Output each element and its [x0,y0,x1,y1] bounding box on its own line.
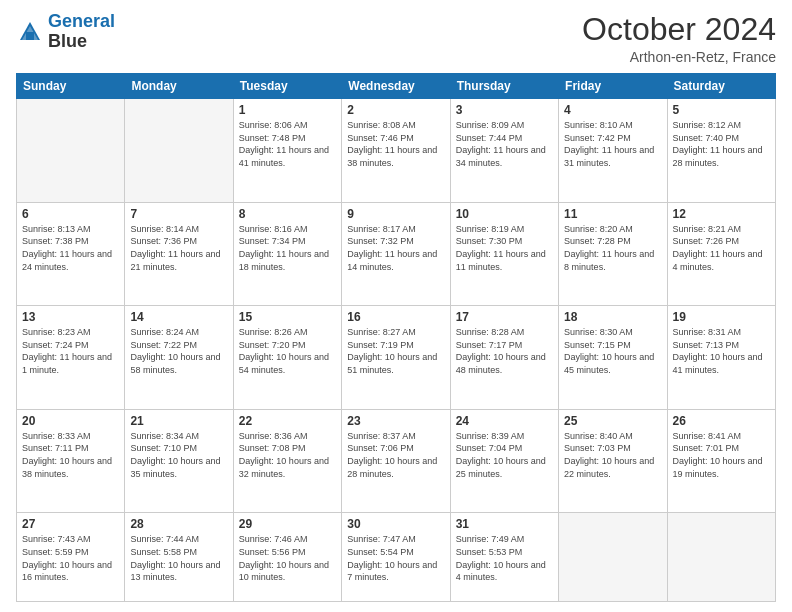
calendar-day-cell: 4Sunrise: 8:10 AMSunset: 7:42 PMDaylight… [559,99,667,203]
calendar-day-cell: 7Sunrise: 8:14 AMSunset: 7:36 PMDaylight… [125,202,233,306]
day-info: Sunrise: 7:47 AMSunset: 5:54 PMDaylight:… [347,533,444,583]
day-number: 21 [130,414,227,428]
calendar-day-cell: 30Sunrise: 7:47 AMSunset: 5:54 PMDayligh… [342,513,450,602]
calendar-week-row: 1Sunrise: 8:06 AMSunset: 7:48 PMDaylight… [17,99,776,203]
calendar-day-cell: 28Sunrise: 7:44 AMSunset: 5:58 PMDayligh… [125,513,233,602]
day-info: Sunrise: 8:30 AMSunset: 7:15 PMDaylight:… [564,326,661,376]
day-info: Sunrise: 8:31 AMSunset: 7:13 PMDaylight:… [673,326,770,376]
calendar-day-cell: 24Sunrise: 8:39 AMSunset: 7:04 PMDayligh… [450,409,558,513]
day-info: Sunrise: 8:23 AMSunset: 7:24 PMDaylight:… [22,326,119,376]
calendar-day-cell: 17Sunrise: 8:28 AMSunset: 7:17 PMDayligh… [450,306,558,410]
day-number: 3 [456,103,553,117]
calendar-day-cell: 18Sunrise: 8:30 AMSunset: 7:15 PMDayligh… [559,306,667,410]
day-info: Sunrise: 8:28 AMSunset: 7:17 PMDaylight:… [456,326,553,376]
day-number: 1 [239,103,336,117]
day-info: Sunrise: 8:24 AMSunset: 7:22 PMDaylight:… [130,326,227,376]
day-number: 25 [564,414,661,428]
day-number: 22 [239,414,336,428]
calendar-day-cell: 3Sunrise: 8:09 AMSunset: 7:44 PMDaylight… [450,99,558,203]
calendar-day-cell: 29Sunrise: 7:46 AMSunset: 5:56 PMDayligh… [233,513,341,602]
logo-icon [16,18,44,46]
day-info: Sunrise: 7:46 AMSunset: 5:56 PMDaylight:… [239,533,336,583]
day-number: 12 [673,207,770,221]
day-number: 31 [456,517,553,531]
calendar-day-cell: 5Sunrise: 8:12 AMSunset: 7:40 PMDaylight… [667,99,775,203]
day-info: Sunrise: 8:08 AMSunset: 7:46 PMDaylight:… [347,119,444,169]
logo-text: General Blue [48,12,115,52]
day-number: 19 [673,310,770,324]
day-number: 16 [347,310,444,324]
calendar-week-row: 27Sunrise: 7:43 AMSunset: 5:59 PMDayligh… [17,513,776,602]
day-info: Sunrise: 8:21 AMSunset: 7:26 PMDaylight:… [673,223,770,273]
day-number: 2 [347,103,444,117]
day-info: Sunrise: 8:06 AMSunset: 7:48 PMDaylight:… [239,119,336,169]
calendar-day-cell: 1Sunrise: 8:06 AMSunset: 7:48 PMDaylight… [233,99,341,203]
day-number: 10 [456,207,553,221]
calendar-day-cell: 15Sunrise: 8:26 AMSunset: 7:20 PMDayligh… [233,306,341,410]
day-number: 18 [564,310,661,324]
calendar-day-cell: 13Sunrise: 8:23 AMSunset: 7:24 PMDayligh… [17,306,125,410]
calendar-day-cell: 31Sunrise: 7:49 AMSunset: 5:53 PMDayligh… [450,513,558,602]
day-number: 20 [22,414,119,428]
day-info: Sunrise: 8:13 AMSunset: 7:38 PMDaylight:… [22,223,119,273]
logo: General Blue [16,12,115,52]
day-info: Sunrise: 7:44 AMSunset: 5:58 PMDaylight:… [130,533,227,583]
calendar-day-cell: 16Sunrise: 8:27 AMSunset: 7:19 PMDayligh… [342,306,450,410]
page: General Blue October 2024 Arthon-en-Retz… [0,0,792,612]
calendar-day-cell: 8Sunrise: 8:16 AMSunset: 7:34 PMDaylight… [233,202,341,306]
day-info: Sunrise: 8:27 AMSunset: 7:19 PMDaylight:… [347,326,444,376]
day-info: Sunrise: 8:19 AMSunset: 7:30 PMDaylight:… [456,223,553,273]
day-info: Sunrise: 8:40 AMSunset: 7:03 PMDaylight:… [564,430,661,480]
calendar-day-cell: 19Sunrise: 8:31 AMSunset: 7:13 PMDayligh… [667,306,775,410]
day-info: Sunrise: 8:41 AMSunset: 7:01 PMDaylight:… [673,430,770,480]
day-number: 23 [347,414,444,428]
day-info: Sunrise: 8:16 AMSunset: 7:34 PMDaylight:… [239,223,336,273]
svg-rect-2 [26,32,34,40]
calendar-day-cell: 26Sunrise: 8:41 AMSunset: 7:01 PMDayligh… [667,409,775,513]
day-number: 13 [22,310,119,324]
calendar-day-cell: 9Sunrise: 8:17 AMSunset: 7:32 PMDaylight… [342,202,450,306]
calendar-day-cell: 6Sunrise: 8:13 AMSunset: 7:38 PMDaylight… [17,202,125,306]
day-info: Sunrise: 8:10 AMSunset: 7:42 PMDaylight:… [564,119,661,169]
day-info: Sunrise: 8:12 AMSunset: 7:40 PMDaylight:… [673,119,770,169]
logo-line2: Blue [48,32,115,52]
day-info: Sunrise: 8:34 AMSunset: 7:10 PMDaylight:… [130,430,227,480]
weekday-header-cell: Tuesday [233,74,341,99]
calendar-day-cell: 27Sunrise: 7:43 AMSunset: 5:59 PMDayligh… [17,513,125,602]
header: General Blue October 2024 Arthon-en-Retz… [16,12,776,65]
calendar-day-cell: 12Sunrise: 8:21 AMSunset: 7:26 PMDayligh… [667,202,775,306]
calendar-day-cell [17,99,125,203]
day-number: 27 [22,517,119,531]
day-info: Sunrise: 8:14 AMSunset: 7:36 PMDaylight:… [130,223,227,273]
day-number: 26 [673,414,770,428]
calendar-table: SundayMondayTuesdayWednesdayThursdayFrid… [16,73,776,602]
day-info: Sunrise: 8:20 AMSunset: 7:28 PMDaylight:… [564,223,661,273]
day-number: 24 [456,414,553,428]
day-number: 15 [239,310,336,324]
weekday-header-cell: Friday [559,74,667,99]
weekday-header-cell: Wednesday [342,74,450,99]
calendar-day-cell: 14Sunrise: 8:24 AMSunset: 7:22 PMDayligh… [125,306,233,410]
day-number: 29 [239,517,336,531]
calendar-day-cell: 20Sunrise: 8:33 AMSunset: 7:11 PMDayligh… [17,409,125,513]
day-info: Sunrise: 8:36 AMSunset: 7:08 PMDaylight:… [239,430,336,480]
day-number: 8 [239,207,336,221]
calendar-day-cell: 22Sunrise: 8:36 AMSunset: 7:08 PMDayligh… [233,409,341,513]
calendar-week-row: 6Sunrise: 8:13 AMSunset: 7:38 PMDaylight… [17,202,776,306]
day-number: 17 [456,310,553,324]
day-info: Sunrise: 8:17 AMSunset: 7:32 PMDaylight:… [347,223,444,273]
day-number: 14 [130,310,227,324]
calendar-day-cell: 21Sunrise: 8:34 AMSunset: 7:10 PMDayligh… [125,409,233,513]
day-number: 9 [347,207,444,221]
calendar-day-cell [667,513,775,602]
day-info: Sunrise: 7:43 AMSunset: 5:59 PMDaylight:… [22,533,119,583]
weekday-header-cell: Saturday [667,74,775,99]
day-info: Sunrise: 8:26 AMSunset: 7:20 PMDaylight:… [239,326,336,376]
weekday-header-cell: Sunday [17,74,125,99]
calendar-day-cell: 25Sunrise: 8:40 AMSunset: 7:03 PMDayligh… [559,409,667,513]
calendar-day-cell: 23Sunrise: 8:37 AMSunset: 7:06 PMDayligh… [342,409,450,513]
day-info: Sunrise: 8:39 AMSunset: 7:04 PMDaylight:… [456,430,553,480]
month-title: October 2024 [582,12,776,47]
day-number: 4 [564,103,661,117]
calendar-week-row: 13Sunrise: 8:23 AMSunset: 7:24 PMDayligh… [17,306,776,410]
